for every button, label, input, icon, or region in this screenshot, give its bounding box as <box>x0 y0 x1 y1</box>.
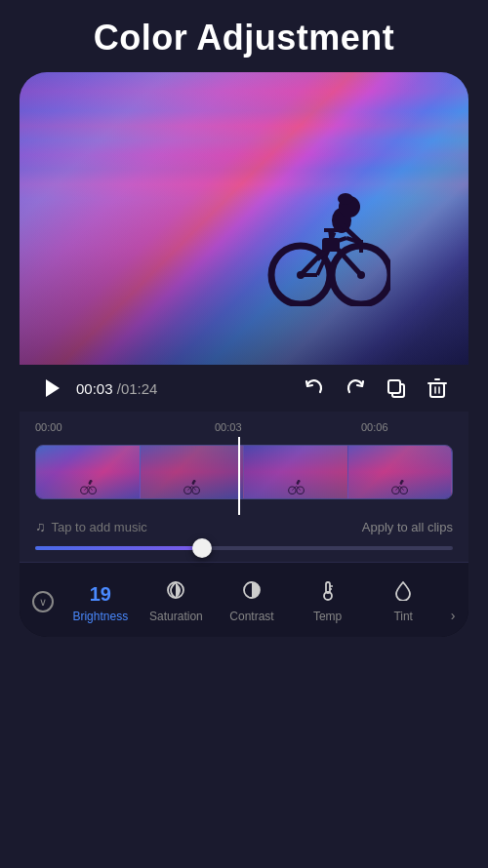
timeline-area: 00:00 00:03 00:06 <box>20 412 468 562</box>
tool-brightness[interactable]: 19 Brightness <box>62 580 139 631</box>
scrubber-thumb[interactable] <box>192 538 212 558</box>
music-bar: ♫ Tap to add music Apply to all clips <box>20 515 468 542</box>
undo-button[interactable] <box>301 375 328 402</box>
cyclist-silhouette <box>264 189 390 306</box>
temp-label: Temp <box>313 610 342 623</box>
collapse-button[interactable]: ∨ <box>23 572 62 631</box>
scrubber-fill <box>35 546 202 550</box>
controls-bar: 00:03 /01:24 <box>20 365 468 412</box>
tool-tabs: ∨ 19 Brightness Saturation <box>20 572 468 631</box>
tool-tint[interactable]: Tint <box>365 575 441 631</box>
ruler-tick-0: 00:00 <box>35 421 62 433</box>
contrast-label: Contrast <box>229 610 273 623</box>
time-total: / <box>113 380 121 397</box>
music-hint[interactable]: Tap to add music <box>52 520 147 534</box>
page-title: Color Adjustment <box>0 0 488 72</box>
contrast-icon <box>241 579 263 604</box>
delete-button[interactable] <box>424 375 451 402</box>
video-preview <box>20 72 468 365</box>
tool-saturation[interactable]: Saturation <box>139 575 215 631</box>
svg-point-38 <box>193 480 196 483</box>
track-thumb-4 <box>348 446 453 498</box>
redo-button[interactable] <box>342 375 369 402</box>
svg-point-15 <box>338 193 353 205</box>
saturation-label: Saturation <box>149 610 203 623</box>
svg-point-32 <box>89 480 92 483</box>
motion-streaks <box>20 72 468 365</box>
temp-icon <box>317 579 339 604</box>
timeline-ruler: 00:00 00:03 00:06 <box>20 417 468 437</box>
tool-contrast[interactable]: Contrast <box>214 575 290 631</box>
collapse-icon: ∨ <box>32 591 54 612</box>
ruler-tick-2: 00:06 <box>361 421 388 433</box>
copy-button[interactable] <box>383 375 410 402</box>
svg-point-50 <box>401 480 404 483</box>
video-background <box>20 72 468 365</box>
music-icon: ♫ <box>35 519 46 534</box>
svg-rect-22 <box>430 383 444 397</box>
track-thumb-2 <box>141 446 245 498</box>
ruler-tick-1: 00:03 <box>215 421 242 433</box>
video-track[interactable] <box>35 445 453 499</box>
svg-point-44 <box>297 480 300 483</box>
time-display: 00:03 /01:24 <box>76 380 157 397</box>
scrubber-area[interactable] <box>20 542 468 558</box>
apply-hint[interactable]: Apply to all clips <box>362 520 453 534</box>
svg-rect-21 <box>388 380 400 393</box>
play-button[interactable] <box>37 375 64 402</box>
play-icon <box>46 379 60 397</box>
tint-icon <box>392 579 414 604</box>
track-thumb-3 <box>244 446 348 498</box>
svg-rect-19 <box>322 238 340 252</box>
tool-temp[interactable]: Temp <box>290 575 366 631</box>
phone-frame: 00:03 /01:24 <box>20 72 468 637</box>
track-thumb-1 <box>36 446 141 498</box>
time-total-value: 01:24 <box>121 380 158 397</box>
bottom-tools: ∨ 19 Brightness Saturation <box>20 562 468 637</box>
time-current: 00:03 <box>76 380 113 397</box>
brightness-label: Brightness <box>72 610 128 623</box>
more-tools-button[interactable]: › <box>441 608 465 631</box>
controls-right <box>301 375 451 402</box>
timeline-tracks[interactable] <box>20 437 468 515</box>
brightness-value: 19 <box>90 584 111 604</box>
scrubber-track[interactable] <box>35 546 453 550</box>
saturation-icon <box>165 579 186 604</box>
tint-label: Tint <box>393 610 413 623</box>
playhead <box>238 437 240 515</box>
